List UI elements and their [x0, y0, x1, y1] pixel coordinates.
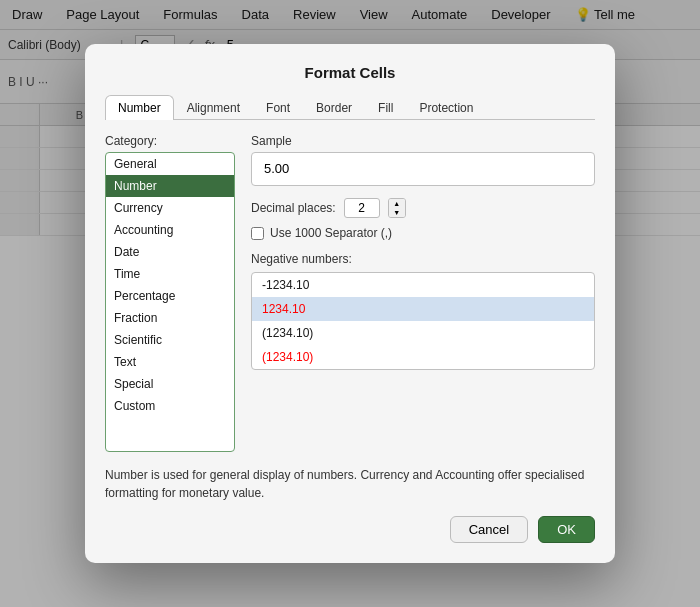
category-list: General Number Currency Accounting Date …	[105, 152, 235, 452]
category-label: Category:	[105, 134, 235, 148]
neg-option-1[interactable]: 1234.10	[252, 297, 594, 321]
separator-checkbox[interactable]	[251, 227, 264, 240]
category-text[interactable]: Text	[106, 351, 234, 373]
category-special[interactable]: Special	[106, 373, 234, 395]
separator-row: Use 1000 Separator (,)	[251, 226, 595, 240]
separator-label: Use 1000 Separator (,)	[270, 226, 392, 240]
decimal-row: Decimal places: ▲ ▼	[251, 198, 595, 218]
dialog-content: Category: General Number Currency Accoun…	[105, 134, 595, 452]
ok-button[interactable]: OK	[538, 516, 595, 543]
dialog-title: Format Cells	[105, 64, 595, 81]
neg-option-3[interactable]: (1234.10)	[252, 345, 594, 369]
spinner-up[interactable]: ▲	[389, 199, 405, 208]
tab-number[interactable]: Number	[105, 95, 174, 120]
right-panel: Sample 5.00 Decimal places: ▲ ▼ Use 1000…	[251, 134, 595, 452]
negative-label: Negative numbers:	[251, 252, 595, 266]
modal-overlay: Format Cells Number Alignment Font Borde…	[0, 0, 700, 607]
category-scientific[interactable]: Scientific	[106, 329, 234, 351]
category-percentage[interactable]: Percentage	[106, 285, 234, 307]
cancel-button[interactable]: Cancel	[450, 516, 528, 543]
decimal-label: Decimal places:	[251, 201, 336, 215]
tab-fill[interactable]: Fill	[365, 95, 406, 120]
tab-alignment[interactable]: Alignment	[174, 95, 253, 120]
category-number[interactable]: Number	[106, 175, 234, 197]
category-general[interactable]: General	[106, 153, 234, 175]
category-time[interactable]: Time	[106, 263, 234, 285]
category-custom[interactable]: Custom	[106, 395, 234, 417]
category-fraction[interactable]: Fraction	[106, 307, 234, 329]
negative-list: -1234.10 1234.10 (1234.10) (1234.10)	[251, 272, 595, 370]
decimal-spinner[interactable]: ▲ ▼	[388, 198, 406, 218]
spinner-down[interactable]: ▼	[389, 208, 405, 217]
format-cells-dialog: Format Cells Number Alignment Font Borde…	[85, 44, 615, 563]
sample-box: 5.00	[251, 152, 595, 186]
tab-protection[interactable]: Protection	[406, 95, 486, 120]
category-currency[interactable]: Currency	[106, 197, 234, 219]
tab-border[interactable]: Border	[303, 95, 365, 120]
neg-option-2[interactable]: (1234.10)	[252, 321, 594, 345]
tab-bar: Number Alignment Font Border Fill Protec…	[105, 95, 595, 120]
category-accounting[interactable]: Accounting	[106, 219, 234, 241]
neg-option-0[interactable]: -1234.10	[252, 273, 594, 297]
tab-font[interactable]: Font	[253, 95, 303, 120]
category-section: Category: General Number Currency Accoun…	[105, 134, 235, 452]
dialog-footer: Cancel OK	[105, 516, 595, 543]
category-date[interactable]: Date	[106, 241, 234, 263]
decimal-input[interactable]	[344, 198, 380, 218]
description: Number is used for general display of nu…	[105, 466, 595, 502]
sample-label: Sample	[251, 134, 595, 148]
